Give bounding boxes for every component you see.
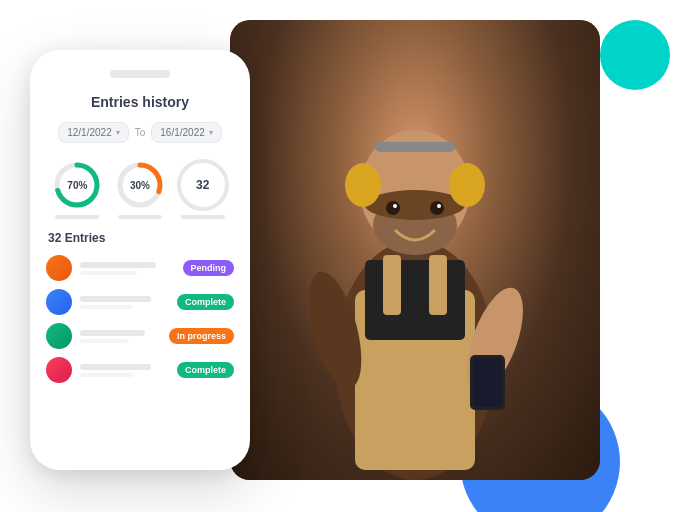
phone-notch bbox=[110, 70, 170, 78]
status-badge: Pending bbox=[183, 260, 235, 276]
entry-lines bbox=[80, 364, 169, 377]
stat-bar-plain bbox=[181, 215, 225, 219]
stat-plain: 32 bbox=[177, 159, 229, 219]
date-to-value: 16/1/2022 bbox=[160, 127, 205, 138]
status-badge: In progress bbox=[169, 328, 234, 344]
svg-rect-11 bbox=[429, 255, 447, 315]
date-range-selector[interactable]: 12/1/2022 ▾ To 16/1/2022 ▾ bbox=[46, 122, 234, 143]
svg-point-18 bbox=[393, 204, 397, 208]
app-title: Entries history bbox=[46, 94, 234, 110]
list-item: Pending bbox=[46, 255, 234, 281]
stat-bar-green bbox=[55, 215, 99, 219]
entry-lines bbox=[80, 262, 175, 275]
list-item: Complete bbox=[46, 357, 234, 383]
svg-point-5 bbox=[345, 163, 381, 207]
entry-line-top bbox=[80, 330, 145, 336]
svg-rect-7 bbox=[375, 142, 455, 152]
donut-orange: 30% bbox=[114, 159, 166, 211]
svg-point-17 bbox=[430, 201, 444, 215]
entry-lines bbox=[80, 330, 161, 343]
decorative-teal-circle bbox=[600, 20, 670, 90]
status-badge: Complete bbox=[177, 362, 234, 378]
entry-line-bottom bbox=[80, 271, 137, 275]
donut-orange-label: 30% bbox=[130, 180, 150, 191]
donut-green-label: 70% bbox=[67, 180, 87, 191]
date-from-value: 12/1/2022 bbox=[67, 127, 112, 138]
svg-point-16 bbox=[386, 201, 400, 215]
entry-line-top bbox=[80, 364, 151, 370]
avatar bbox=[46, 323, 72, 349]
entry-line-top bbox=[80, 262, 156, 268]
avatar bbox=[46, 357, 72, 383]
date-from-pill[interactable]: 12/1/2022 ▾ bbox=[58, 122, 129, 143]
svg-point-4 bbox=[365, 190, 465, 220]
svg-rect-10 bbox=[383, 255, 401, 315]
list-item: In progress bbox=[46, 323, 234, 349]
svg-rect-9 bbox=[365, 260, 465, 340]
chevron-down-icon: ▾ bbox=[209, 128, 213, 137]
plain-circle-count: 32 bbox=[177, 159, 229, 211]
status-badge: Complete bbox=[177, 294, 234, 310]
entries-count: 32 Entries bbox=[46, 231, 234, 245]
svg-point-6 bbox=[449, 163, 485, 207]
entry-line-bottom bbox=[80, 373, 133, 377]
entry-line-bottom bbox=[80, 305, 133, 309]
donut-green: 70% bbox=[51, 159, 103, 211]
phone-mockup: Entries history 12/1/2022 ▾ To 16/1/2022… bbox=[30, 50, 250, 470]
svg-point-19 bbox=[437, 204, 441, 208]
list-item: Complete bbox=[46, 289, 234, 315]
date-separator: To bbox=[135, 127, 146, 138]
stat-orange: 30% bbox=[114, 159, 166, 219]
entry-lines bbox=[80, 296, 169, 309]
stats-row: 70% 30% 32 bbox=[46, 159, 234, 219]
avatar bbox=[46, 255, 72, 281]
avatar bbox=[46, 289, 72, 315]
entry-list: Pending Complete In progress bbox=[46, 255, 234, 383]
entry-line-top bbox=[80, 296, 151, 302]
stat-green: 70% bbox=[51, 159, 103, 219]
stat-bar-orange bbox=[118, 215, 162, 219]
entry-line-bottom bbox=[80, 339, 129, 343]
worker-photo bbox=[230, 20, 600, 480]
chevron-down-icon: ▾ bbox=[116, 128, 120, 137]
svg-rect-15 bbox=[473, 358, 502, 407]
date-to-pill[interactable]: 16/1/2022 ▾ bbox=[151, 122, 222, 143]
